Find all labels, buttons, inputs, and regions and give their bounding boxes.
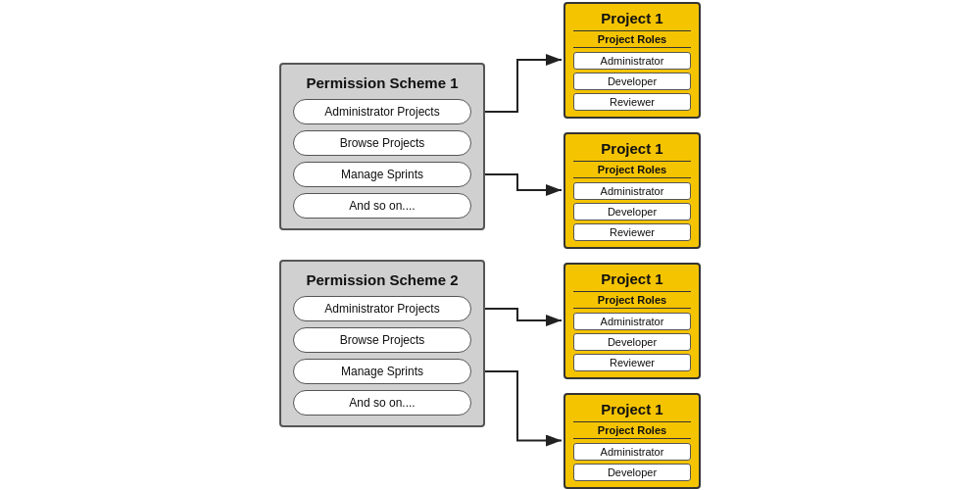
scheme-box-2: Permission Scheme 2 Administrator Projec… [279,260,485,427]
project-4-title: Project 1 [573,401,691,417]
scheme-1-title: Permission Scheme 1 [293,74,471,91]
perm-1-4: And so on.... [293,193,471,219]
project-2-title: Project 1 [573,140,691,157]
project-box-3: Project 1 Project Roles Administrator De… [564,263,701,379]
project-3-roles-label: Project Roles [573,291,691,309]
role-2-3: Reviewer [573,223,691,241]
project-1-roles-label: Project Roles [573,30,691,48]
project-box-1: Project 1 Project Roles Administrator De… [564,2,701,119]
perm-1-3: Manage Sprints [293,162,471,187]
role-3-3: Reviewer [573,354,691,371]
scheme-2-title: Permission Scheme 2 [293,271,471,288]
scheme-box-1: Permission Scheme 1 Administrator Projec… [279,63,485,230]
project-box-4: Project 1 Project Roles Administrator De… [564,393,701,489]
project-4-roles-label: Project Roles [573,421,691,439]
perm-2-1: Administrator Projects [293,296,471,321]
role-1-1: Administrator [573,52,691,70]
role-1-2: Developer [573,73,691,90]
perm-2-2: Browse Projects [293,327,471,353]
role-4-1: Administrator [573,443,691,461]
right-column: Project 1 Project Roles Administrator De… [564,2,701,489]
role-3-2: Developer [573,333,691,351]
perm-1-1: Administrator Projects [293,99,471,124]
project-1-title: Project 1 [573,10,691,26]
main-container: Permission Scheme 1 Administrator Projec… [0,0,980,490]
role-1-3: Reviewer [573,93,691,111]
perm-1-2: Browse Projects [293,130,471,156]
role-2-2: Developer [573,203,691,220]
perm-2-4: And so on.... [293,390,471,416]
arrows-svg [0,0,980,490]
role-4-2: Developer [573,464,691,481]
role-3-1: Administrator [573,313,691,330]
project-box-2: Project 1 Project Roles Administrator De… [564,132,701,249]
left-column: Permission Scheme 1 Administrator Projec… [279,63,485,427]
project-3-title: Project 1 [573,270,691,287]
role-2-1: Administrator [573,182,691,200]
project-2-roles-label: Project Roles [573,161,691,178]
perm-2-3: Manage Sprints [293,359,471,384]
